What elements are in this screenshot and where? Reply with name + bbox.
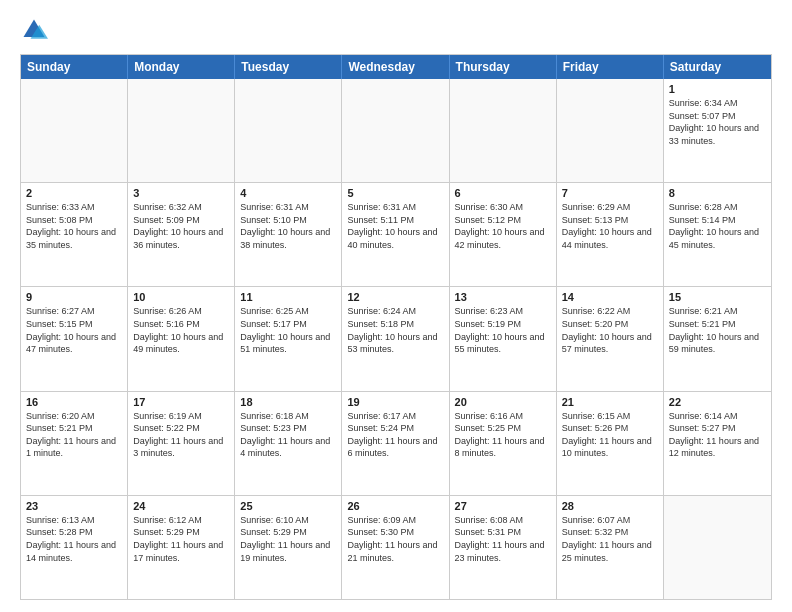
calendar-cell: 1Sunrise: 6:34 AM Sunset: 5:07 PM Daylig… <box>664 79 771 182</box>
calendar-cell: 13Sunrise: 6:23 AM Sunset: 5:19 PM Dayli… <box>450 287 557 390</box>
cell-info: Sunrise: 6:25 AM Sunset: 5:17 PM Dayligh… <box>240 305 336 355</box>
cell-info: Sunrise: 6:07 AM Sunset: 5:32 PM Dayligh… <box>562 514 658 564</box>
cell-info: Sunrise: 6:19 AM Sunset: 5:22 PM Dayligh… <box>133 410 229 460</box>
weekday-header: Wednesday <box>342 55 449 79</box>
day-number: 9 <box>26 291 122 303</box>
calendar-cell <box>342 79 449 182</box>
calendar-cell: 12Sunrise: 6:24 AM Sunset: 5:18 PM Dayli… <box>342 287 449 390</box>
day-number: 6 <box>455 187 551 199</box>
day-number: 10 <box>133 291 229 303</box>
calendar-row: 16Sunrise: 6:20 AM Sunset: 5:21 PM Dayli… <box>21 391 771 495</box>
cell-info: Sunrise: 6:23 AM Sunset: 5:19 PM Dayligh… <box>455 305 551 355</box>
day-number: 2 <box>26 187 122 199</box>
day-number: 13 <box>455 291 551 303</box>
calendar-cell <box>235 79 342 182</box>
calendar-cell: 28Sunrise: 6:07 AM Sunset: 5:32 PM Dayli… <box>557 496 664 599</box>
calendar-cell: 8Sunrise: 6:28 AM Sunset: 5:14 PM Daylig… <box>664 183 771 286</box>
logo <box>20 16 52 44</box>
calendar-cell: 11Sunrise: 6:25 AM Sunset: 5:17 PM Dayli… <box>235 287 342 390</box>
cell-info: Sunrise: 6:21 AM Sunset: 5:21 PM Dayligh… <box>669 305 766 355</box>
weekday-header: Sunday <box>21 55 128 79</box>
day-number: 16 <box>26 396 122 408</box>
day-number: 12 <box>347 291 443 303</box>
calendar-cell: 15Sunrise: 6:21 AM Sunset: 5:21 PM Dayli… <box>664 287 771 390</box>
cell-info: Sunrise: 6:33 AM Sunset: 5:08 PM Dayligh… <box>26 201 122 251</box>
day-number: 3 <box>133 187 229 199</box>
calendar-cell: 24Sunrise: 6:12 AM Sunset: 5:29 PM Dayli… <box>128 496 235 599</box>
cell-info: Sunrise: 6:27 AM Sunset: 5:15 PM Dayligh… <box>26 305 122 355</box>
header <box>20 16 772 44</box>
day-number: 5 <box>347 187 443 199</box>
calendar-cell <box>450 79 557 182</box>
cell-info: Sunrise: 6:24 AM Sunset: 5:18 PM Dayligh… <box>347 305 443 355</box>
day-number: 28 <box>562 500 658 512</box>
day-number: 17 <box>133 396 229 408</box>
calendar-cell: 22Sunrise: 6:14 AM Sunset: 5:27 PM Dayli… <box>664 392 771 495</box>
calendar: SundayMondayTuesdayWednesdayThursdayFrid… <box>20 54 772 600</box>
cell-info: Sunrise: 6:09 AM Sunset: 5:30 PM Dayligh… <box>347 514 443 564</box>
calendar-row: 23Sunrise: 6:13 AM Sunset: 5:28 PM Dayli… <box>21 495 771 599</box>
cell-info: Sunrise: 6:32 AM Sunset: 5:09 PM Dayligh… <box>133 201 229 251</box>
calendar-cell: 19Sunrise: 6:17 AM Sunset: 5:24 PM Dayli… <box>342 392 449 495</box>
cell-info: Sunrise: 6:12 AM Sunset: 5:29 PM Dayligh… <box>133 514 229 564</box>
cell-info: Sunrise: 6:30 AM Sunset: 5:12 PM Dayligh… <box>455 201 551 251</box>
calendar-row: 1Sunrise: 6:34 AM Sunset: 5:07 PM Daylig… <box>21 79 771 182</box>
calendar-cell: 20Sunrise: 6:16 AM Sunset: 5:25 PM Dayli… <box>450 392 557 495</box>
calendar-cell <box>557 79 664 182</box>
cell-info: Sunrise: 6:29 AM Sunset: 5:13 PM Dayligh… <box>562 201 658 251</box>
calendar-cell <box>664 496 771 599</box>
calendar-cell <box>128 79 235 182</box>
weekday-header: Friday <box>557 55 664 79</box>
calendar-cell: 14Sunrise: 6:22 AM Sunset: 5:20 PM Dayli… <box>557 287 664 390</box>
calendar-cell: 26Sunrise: 6:09 AM Sunset: 5:30 PM Dayli… <box>342 496 449 599</box>
day-number: 20 <box>455 396 551 408</box>
cell-info: Sunrise: 6:08 AM Sunset: 5:31 PM Dayligh… <box>455 514 551 564</box>
weekday-header: Tuesday <box>235 55 342 79</box>
day-number: 8 <box>669 187 766 199</box>
day-number: 23 <box>26 500 122 512</box>
day-number: 19 <box>347 396 443 408</box>
cell-info: Sunrise: 6:28 AM Sunset: 5:14 PM Dayligh… <box>669 201 766 251</box>
cell-info: Sunrise: 6:22 AM Sunset: 5:20 PM Dayligh… <box>562 305 658 355</box>
calendar-cell: 18Sunrise: 6:18 AM Sunset: 5:23 PM Dayli… <box>235 392 342 495</box>
calendar-cell: 6Sunrise: 6:30 AM Sunset: 5:12 PM Daylig… <box>450 183 557 286</box>
logo-icon <box>20 16 48 44</box>
calendar-cell: 5Sunrise: 6:31 AM Sunset: 5:11 PM Daylig… <box>342 183 449 286</box>
cell-info: Sunrise: 6:31 AM Sunset: 5:11 PM Dayligh… <box>347 201 443 251</box>
day-number: 25 <box>240 500 336 512</box>
day-number: 21 <box>562 396 658 408</box>
cell-info: Sunrise: 6:16 AM Sunset: 5:25 PM Dayligh… <box>455 410 551 460</box>
cell-info: Sunrise: 6:18 AM Sunset: 5:23 PM Dayligh… <box>240 410 336 460</box>
calendar-cell: 4Sunrise: 6:31 AM Sunset: 5:10 PM Daylig… <box>235 183 342 286</box>
day-number: 11 <box>240 291 336 303</box>
cell-info: Sunrise: 6:17 AM Sunset: 5:24 PM Dayligh… <box>347 410 443 460</box>
calendar-cell: 3Sunrise: 6:32 AM Sunset: 5:09 PM Daylig… <box>128 183 235 286</box>
cell-info: Sunrise: 6:14 AM Sunset: 5:27 PM Dayligh… <box>669 410 766 460</box>
calendar-cell: 10Sunrise: 6:26 AM Sunset: 5:16 PM Dayli… <box>128 287 235 390</box>
calendar-cell: 16Sunrise: 6:20 AM Sunset: 5:21 PM Dayli… <box>21 392 128 495</box>
calendar-cell: 9Sunrise: 6:27 AM Sunset: 5:15 PM Daylig… <box>21 287 128 390</box>
calendar-body: 1Sunrise: 6:34 AM Sunset: 5:07 PM Daylig… <box>21 79 771 599</box>
calendar-cell: 7Sunrise: 6:29 AM Sunset: 5:13 PM Daylig… <box>557 183 664 286</box>
day-number: 15 <box>669 291 766 303</box>
page: SundayMondayTuesdayWednesdayThursdayFrid… <box>0 0 792 612</box>
day-number: 18 <box>240 396 336 408</box>
calendar-cell <box>21 79 128 182</box>
cell-info: Sunrise: 6:26 AM Sunset: 5:16 PM Dayligh… <box>133 305 229 355</box>
calendar-cell: 27Sunrise: 6:08 AM Sunset: 5:31 PM Dayli… <box>450 496 557 599</box>
calendar-cell: 21Sunrise: 6:15 AM Sunset: 5:26 PM Dayli… <box>557 392 664 495</box>
calendar-cell: 25Sunrise: 6:10 AM Sunset: 5:29 PM Dayli… <box>235 496 342 599</box>
day-number: 22 <box>669 396 766 408</box>
weekday-header: Thursday <box>450 55 557 79</box>
cell-info: Sunrise: 6:20 AM Sunset: 5:21 PM Dayligh… <box>26 410 122 460</box>
calendar-header: SundayMondayTuesdayWednesdayThursdayFrid… <box>21 55 771 79</box>
cell-info: Sunrise: 6:13 AM Sunset: 5:28 PM Dayligh… <box>26 514 122 564</box>
calendar-row: 9Sunrise: 6:27 AM Sunset: 5:15 PM Daylig… <box>21 286 771 390</box>
weekday-header: Monday <box>128 55 235 79</box>
cell-info: Sunrise: 6:15 AM Sunset: 5:26 PM Dayligh… <box>562 410 658 460</box>
day-number: 14 <box>562 291 658 303</box>
day-number: 4 <box>240 187 336 199</box>
calendar-cell: 23Sunrise: 6:13 AM Sunset: 5:28 PM Dayli… <box>21 496 128 599</box>
calendar-row: 2Sunrise: 6:33 AM Sunset: 5:08 PM Daylig… <box>21 182 771 286</box>
calendar-cell: 17Sunrise: 6:19 AM Sunset: 5:22 PM Dayli… <box>128 392 235 495</box>
